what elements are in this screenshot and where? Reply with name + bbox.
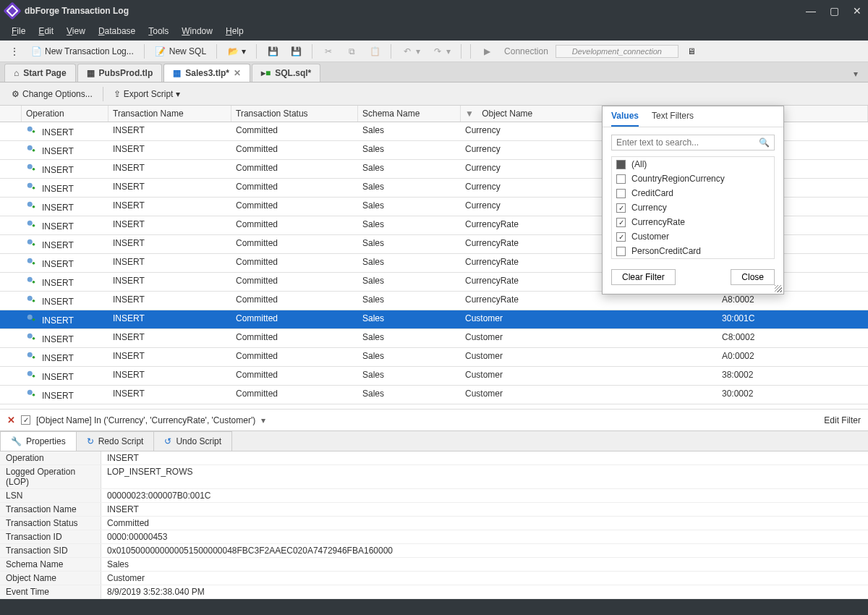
table-row[interactable]: INSERTINSERTCommittedSalesCustomerC8:000… [0, 329, 868, 348]
checkbox-icon[interactable] [616, 203, 626, 213]
tab-start-page[interactable]: ⌂Start Page [4, 64, 76, 82]
menu-edit[interactable]: Edit [33, 23, 59, 39]
property-value: LOP_INSERT_ROWS [101, 465, 868, 488]
new-transaction-log-button[interactable]: 📄 New Transaction Log... [26, 43, 138, 59]
undo-small-icon: ↺ [164, 436, 171, 446]
filter-search-input[interactable] [616, 137, 759, 148]
filter-item[interactable]: CurrencyRate [612, 215, 774, 229]
cell-transaction-status: Committed [231, 198, 358, 216]
table-row[interactable]: INSERTINSERTCommittedSalesCustomer38:000… [0, 367, 868, 386]
insert-icon [26, 370, 39, 380]
maximize-button[interactable]: ▢ [829, 6, 839, 16]
cell-operation: INSERT [42, 127, 74, 137]
menu-help[interactable]: Help [220, 23, 250, 39]
app-title: dbForge Transaction Log [25, 6, 806, 16]
resize-grip-icon[interactable] [775, 285, 782, 292]
checkbox-icon[interactable] [616, 189, 626, 198]
col-schema-name[interactable]: Schema Name [358, 106, 461, 122]
cell-operation: INSERT [42, 278, 74, 288]
filter-item[interactable]: CountryRegionCurrency [612, 171, 774, 186]
filter-tab-text[interactable]: Text Filters [652, 111, 694, 127]
menu-window[interactable]: Window [176, 23, 218, 39]
open-button[interactable]: 📂▾ [223, 43, 250, 59]
tab-pubsprod-tlp[interactable]: ▦PubsProd.tlp [77, 64, 163, 82]
execute-button[interactable]: ▶ [477, 43, 497, 59]
checkbox-icon[interactable] [616, 174, 626, 184]
col-transaction-name[interactable]: Transaction Name [109, 106, 231, 122]
menu-file[interactable]: File [6, 23, 31, 39]
paste-button[interactable]: 📋 [365, 43, 385, 59]
col-transaction-status[interactable]: Transaction Status [231, 106, 358, 122]
table-row[interactable]: INSERTINSERTCommittedSalesCustomerA0:000… [0, 348, 868, 367]
tab-undo-script[interactable]: ↺ Undo Script [153, 431, 232, 451]
property-label: Operation [0, 451, 101, 465]
toolbar-expand-icon[interactable]: ⋮ [6, 44, 23, 59]
edit-filter-link[interactable]: Edit Filter [824, 415, 861, 425]
save-all-button[interactable]: 💾 [286, 43, 306, 59]
table-row[interactable]: ▸INSERTINSERTCommittedSalesCustomer30:00… [0, 310, 868, 329]
cell-transaction-status: Committed [231, 179, 358, 197]
filter-dropdown-icon[interactable]: ▾ [261, 415, 265, 425]
cell-event-time [609, 329, 718, 347]
new-sql-button[interactable]: 📝 New SQL [150, 43, 210, 59]
filter-item[interactable]: CreditCard [612, 186, 774, 200]
tab-sql-sql-[interactable]: ▸■SQL.sql* [252, 64, 320, 82]
menu-database[interactable]: Database [93, 23, 141, 39]
filter-item[interactable]: PersonCreditCard [612, 244, 774, 258]
menu-tools[interactable]: Tools [142, 23, 174, 39]
table-row[interactable]: INSERTINSERTCommittedSalesCustomer30:000… [0, 386, 868, 404]
tab-close-icon[interactable]: ✕ [234, 68, 241, 78]
filter-tab-values[interactable]: Values [611, 111, 639, 127]
tab-sales3-tlp-[interactable]: ▦Sales3.tlp*✕ [163, 64, 250, 82]
export-icon: ⇪ [114, 89, 121, 99]
col-operation[interactable]: Operation [22, 106, 109, 122]
tab-properties[interactable]: 🔧 Properties [0, 431, 77, 451]
filter-icon[interactable]: ▼ [465, 109, 474, 119]
cell-transaction-status: Committed [231, 160, 358, 178]
col-object-name[interactable]: ▼ Object Name [461, 106, 609, 122]
filter-item[interactable]: Currency [612, 200, 774, 215]
tabs-overflow[interactable]: ▾ [848, 66, 864, 82]
filter-item-label: CountryRegionCurrency [631, 174, 725, 184]
checkbox-icon[interactable] [616, 247, 626, 256]
tab-redo-script[interactable]: ↻ Redo Script [76, 431, 155, 451]
app-icon [3, 1, 21, 20]
change-options-button[interactable]: ⚙ Change Options... [6, 86, 98, 102]
clear-filter-x[interactable]: ✕ [7, 415, 15, 425]
property-value: INSERT [101, 451, 868, 465]
properties-panel: OperationINSERTLogged Operation (LOP)LOP… [0, 451, 868, 599]
property-label: Object Name [0, 572, 101, 585]
filter-item[interactable]: Customer [612, 229, 774, 244]
connection-dropdown[interactable]: Development_connection [556, 45, 678, 58]
cell-schema-name: Sales [358, 273, 461, 291]
property-row: Event Time8/9/2019 3:52:38.040 PM [0, 585, 868, 599]
svg-point-2 [27, 164, 33, 169]
save-all-icon: 💾 [290, 46, 302, 57]
checkbox-icon[interactable] [616, 232, 626, 242]
insert-icon [26, 219, 39, 229]
checkbox-icon[interactable] [616, 160, 626, 169]
svg-point-3 [27, 183, 33, 188]
save-button[interactable]: 💾 [263, 43, 283, 59]
redo-button[interactable]: ↷▾ [427, 43, 455, 59]
property-row: OperationINSERT [0, 451, 868, 465]
tab-label: SQL.sql* [275, 68, 311, 78]
clear-filter-button[interactable]: Clear Filter [611, 269, 676, 285]
close-button[interactable]: ✕ [852, 6, 862, 16]
checkbox-icon[interactable] [616, 218, 626, 227]
copy-button[interactable]: ⧉ [341, 43, 362, 59]
connection-manager-icon[interactable]: 🖥 [681, 43, 702, 59]
property-value: 8/9/2019 3:52:38.040 PM [101, 585, 868, 598]
cut-icon: ✂ [323, 46, 334, 57]
menu-view[interactable]: View [61, 23, 91, 39]
close-filter-button[interactable]: Close [731, 269, 775, 285]
export-script-button[interactable]: ⇪ Export Script ▾ [108, 86, 187, 102]
paste-icon: 📋 [369, 46, 380, 57]
cut-button[interactable]: ✂ [318, 43, 339, 59]
filter-search[interactable]: 🔍 [611, 135, 775, 150]
filter-enabled-checkbox[interactable] [21, 415, 30, 425]
cell-lsn: 30:0002 [718, 386, 868, 404]
undo-button[interactable]: ↶▾ [397, 43, 425, 59]
filter-item[interactable]: (All) [612, 157, 774, 171]
minimize-button[interactable]: ― [806, 6, 816, 16]
